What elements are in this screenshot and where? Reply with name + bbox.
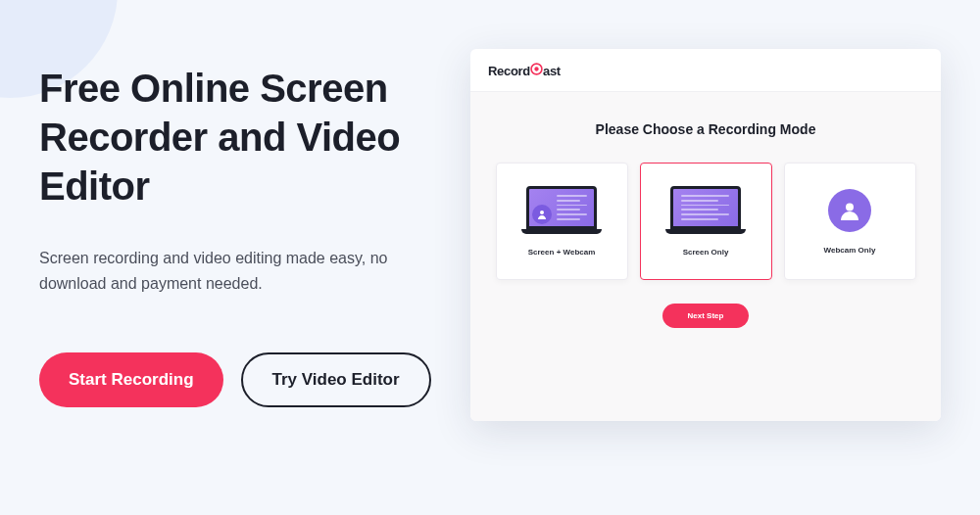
app-preview-card: Recordast Please Choose a Recording Mode [470, 49, 941, 421]
webcam-icon [828, 189, 871, 232]
record-icon [530, 63, 543, 75]
app-preview-body: Please Choose a Recording Mode [470, 92, 941, 421]
mode-label: Webcam Only [824, 246, 876, 255]
app-preview-header: Recordast [470, 49, 941, 92]
mode-webcam-only[interactable]: Webcam Only [784, 163, 916, 280]
recording-mode-options: Screen + Webcam Screen Only [496, 163, 916, 280]
hero-subtext: Screen recording and video editing made … [39, 246, 412, 296]
brand-prefix: Record [488, 64, 530, 78]
hero-left: Free Online Screen Recorder and Video Ed… [39, 49, 451, 476]
brand-logo: Recordast [488, 63, 561, 78]
laptop-webcam-icon [526, 186, 597, 234]
brand-suffix: ast [543, 64, 561, 78]
recording-mode-title: Please Choose a Recording Mode [596, 121, 816, 137]
mode-screen-webcam[interactable]: Screen + Webcam [496, 163, 628, 280]
try-video-editor-button[interactable]: Try Video Editor [241, 352, 431, 407]
hero-right: Recordast Please Choose a Recording Mode [451, 49, 941, 476]
next-step-button[interactable]: Next Step [662, 304, 750, 328]
svg-point-2 [540, 211, 544, 214]
svg-point-1 [534, 67, 538, 70]
start-recording-button[interactable]: Start Recording [39, 352, 223, 407]
user-icon [532, 205, 552, 224]
mode-label: Screen Only [683, 248, 729, 257]
hero-section: Free Online Screen Recorder and Video Ed… [0, 0, 980, 515]
laptop-icon [670, 186, 741, 234]
mode-label: Screen + Webcam [528, 248, 596, 257]
mode-screen-only[interactable]: Screen Only [640, 163, 772, 280]
cta-row: Start Recording Try Video Editor [39, 352, 451, 407]
svg-point-3 [846, 203, 854, 211]
hero-headline: Free Online Screen Recorder and Video Ed… [39, 64, 451, 211]
